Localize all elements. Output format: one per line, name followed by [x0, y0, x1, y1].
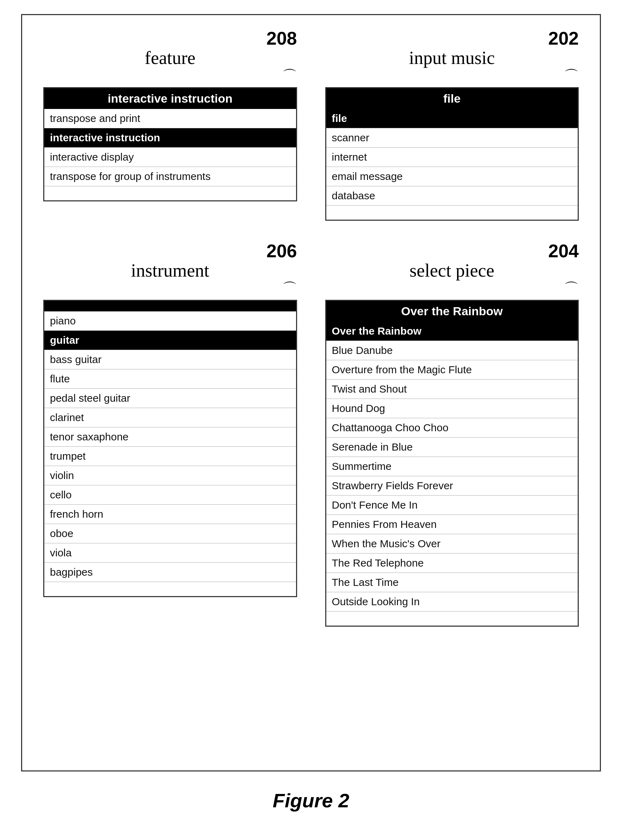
instrument-item-4[interactable]: pedal steel guitar [44, 389, 296, 408]
instrument-bracket-icon: ⌒ [282, 279, 297, 298]
select-piece-bracket-icon: ⌒ [564, 279, 579, 298]
input-music-item-4[interactable]: database [326, 186, 578, 205]
select-piece-item-10[interactable]: Pennies From Heaven [326, 515, 578, 534]
select-piece-item-7[interactable]: Summertime [326, 457, 578, 476]
input-music-item-3[interactable]: email message [326, 167, 578, 186]
select-piece-item-9[interactable]: Don't Fence Me In [326, 496, 578, 515]
select-piece-item-13[interactable]: The Last Time [326, 573, 578, 592]
select-piece-extra-space [326, 612, 578, 625]
instrument-item-2[interactable]: bass guitar [44, 350, 296, 370]
instrument-title: instrument [131, 260, 209, 280]
panel-instrument: 206 instrument ⌒ piano guitar bass guita… [43, 242, 297, 627]
figure-caption: Figure 2 [273, 789, 349, 812]
input-music-dropdown-header: file [326, 88, 578, 109]
instrument-item-8[interactable]: violin [44, 466, 296, 485]
feature-extra-space [44, 186, 296, 200]
select-piece-dropdown[interactable]: Over the Rainbow Over the Rainbow Blue D… [325, 300, 579, 627]
instrument-dropdown[interactable]: piano guitar bass guitar flute pedal ste… [43, 300, 297, 597]
input-music-item-1[interactable]: scanner [326, 128, 578, 148]
instrument-item-9[interactable]: cello [44, 485, 296, 505]
feature-dropdown-header: interactive instruction [44, 88, 296, 109]
feature-title-area: 208 feature ⌒ [43, 29, 297, 86]
instrument-extra-space [44, 582, 296, 596]
input-music-dropdown[interactable]: file file scanner internet email message… [325, 87, 579, 221]
feature-item-2[interactable]: interactive display [44, 148, 296, 167]
instrument-item-7[interactable]: trumpet [44, 447, 296, 466]
panel-select-piece: 204 select piece ⌒ Over the Rainbow Over… [325, 242, 579, 627]
instrument-item-3[interactable]: flute [44, 370, 296, 389]
feature-item-3[interactable]: transpose for group of instruments [44, 167, 296, 186]
instrument-item-5[interactable]: clarinet [44, 408, 296, 428]
instrument-item-12[interactable]: viola [44, 543, 296, 563]
feature-bracket-icon: ⌒ [282, 66, 297, 86]
instrument-item-10[interactable]: french horn [44, 505, 296, 524]
outer-border: 208 feature ⌒ interactive instruction tr… [21, 14, 601, 772]
panel-input-music: 202 input music ⌒ file file scanner inte… [325, 29, 579, 221]
input-music-title: input music [409, 48, 495, 68]
feature-item-1[interactable]: interactive instruction [44, 128, 296, 148]
instrument-item-11[interactable]: oboe [44, 524, 296, 543]
select-piece-item-4[interactable]: Hound Dog [326, 399, 578, 418]
panel-feature: 208 feature ⌒ interactive instruction tr… [43, 29, 297, 221]
select-piece-item-8[interactable]: Strawberry Fields Forever [326, 476, 578, 496]
main-grid: 208 feature ⌒ interactive instruction tr… [43, 29, 579, 627]
feature-number: 208 [267, 29, 297, 47]
select-piece-item-14[interactable]: Outside Looking In [326, 592, 578, 612]
input-music-extra-space [326, 205, 578, 220]
input-music-title-area: 202 input music ⌒ [325, 29, 579, 86]
select-piece-item-3[interactable]: Twist and Shout [326, 380, 578, 399]
instrument-dropdown-header [44, 301, 296, 311]
instrument-item-1[interactable]: guitar [44, 331, 296, 350]
select-piece-title-area: 204 select piece ⌒ [325, 242, 579, 298]
select-piece-item-6[interactable]: Serenade in Blue [326, 438, 578, 457]
select-piece-title: select piece [410, 260, 494, 280]
input-music-bracket-icon: ⌒ [564, 66, 579, 86]
select-piece-dropdown-header: Over the Rainbow [326, 301, 578, 322]
select-piece-item-5[interactable]: Chattanooga Choo Choo [326, 418, 578, 438]
select-piece-item-1[interactable]: Blue Danube [326, 341, 578, 360]
feature-dropdown[interactable]: interactive instruction transpose and pr… [43, 87, 297, 201]
instrument-item-13[interactable]: bagpipes [44, 563, 296, 582]
feature-item-0[interactable]: transpose and print [44, 109, 296, 128]
select-piece-number: 204 [548, 242, 579, 260]
instrument-item-6[interactable]: tenor saxaphone [44, 428, 296, 447]
select-piece-item-12[interactable]: The Red Telephone [326, 554, 578, 573]
select-piece-item-0[interactable]: Over the Rainbow [326, 322, 578, 341]
input-music-item-2[interactable]: internet [326, 148, 578, 167]
instrument-title-area: 206 instrument ⌒ [43, 242, 297, 298]
feature-title: feature [145, 48, 195, 68]
select-piece-item-2[interactable]: Overture from the Magic Flute [326, 360, 578, 380]
instrument-number: 206 [267, 242, 297, 260]
input-music-item-0[interactable]: file [326, 109, 578, 128]
instrument-item-0[interactable]: piano [44, 311, 296, 331]
input-music-number: 202 [548, 29, 579, 47]
select-piece-item-11[interactable]: When the Music's Over [326, 534, 578, 554]
